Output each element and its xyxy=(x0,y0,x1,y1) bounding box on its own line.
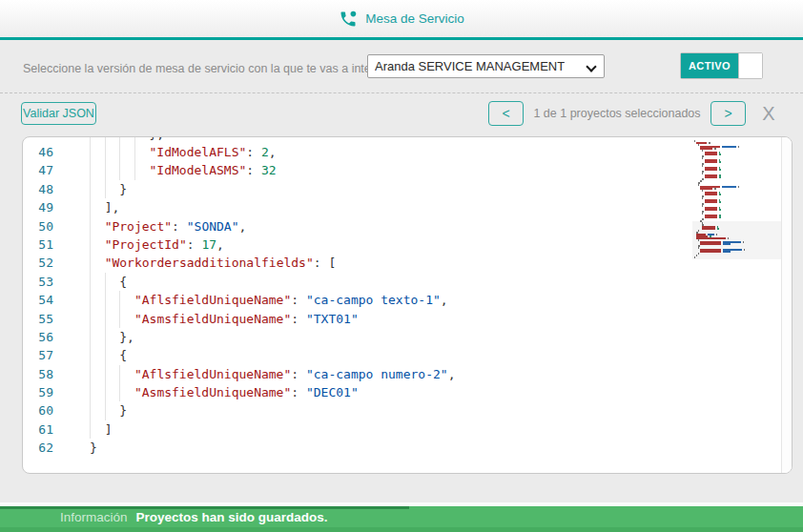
indent-guide xyxy=(119,161,120,179)
indent-guide xyxy=(90,401,91,419)
code-line: 56}, xyxy=(23,328,781,346)
code-line: 58"AflsfieldUniqueName": "ca-campo numer… xyxy=(23,365,781,383)
close-button[interactable]: X xyxy=(756,100,781,127)
validate-json-button[interactable]: Validar JSON xyxy=(21,102,96,125)
indent-guide xyxy=(105,365,106,383)
line-number: 62 xyxy=(23,439,90,457)
code-line: 49], xyxy=(23,198,781,216)
code-line: 46"IdModelAFLS": 2, xyxy=(23,143,781,161)
code-line: 48} xyxy=(23,180,781,198)
indent-guide xyxy=(90,328,91,346)
page-title: Mesa de Servicio xyxy=(365,11,464,26)
project-selection-status: 1 de 1 proyectos seleccionados xyxy=(524,107,710,120)
editor-minimap[interactable] xyxy=(694,140,780,455)
line-number: 50 xyxy=(23,217,90,235)
indent-guide xyxy=(105,346,106,364)
indent-guide xyxy=(134,143,135,161)
indent-guide xyxy=(119,383,120,401)
code-lines: },46"IdModelAFLS": 2,47"IdModelASMS": 32… xyxy=(23,137,781,458)
version-select-label: Seleccione la versión de mesa de servici… xyxy=(23,62,395,75)
indent-guide xyxy=(90,273,91,291)
next-project-button[interactable]: > xyxy=(710,101,746,126)
indent-guide xyxy=(105,328,106,346)
code-line: 52"Workordersadditionalfields": [ xyxy=(23,254,781,272)
indent-guide xyxy=(90,235,91,254)
indent-guide xyxy=(90,254,91,272)
active-toggle[interactable]: ACTIVO xyxy=(680,52,763,79)
line-number: 53 xyxy=(23,273,90,291)
indent-guide xyxy=(90,291,91,309)
indent-guide xyxy=(134,161,135,179)
info-toast[interactable]: Información Proyectos han sido guardados… xyxy=(0,506,803,532)
phone-icon xyxy=(339,10,358,29)
line-number: 47 xyxy=(23,161,90,179)
indent-guide xyxy=(90,180,91,198)
indent-guide xyxy=(119,143,120,161)
indent-guide xyxy=(90,310,91,328)
code-line: 54"AflsfieldUniqueName": "ca-campo texto… xyxy=(23,291,781,309)
indent-guide xyxy=(105,143,106,161)
code-line: 60} xyxy=(23,401,781,419)
indent-guide xyxy=(90,383,91,401)
indent-guide xyxy=(119,365,120,383)
toggle-knob xyxy=(738,53,762,78)
indent-guide xyxy=(90,143,91,161)
toast-title: Información xyxy=(60,510,128,524)
indent-guide xyxy=(119,291,120,309)
code-line: 61] xyxy=(23,420,781,439)
code-line: 62} xyxy=(23,439,781,457)
indent-guide xyxy=(105,401,106,419)
indent-guide xyxy=(105,161,106,179)
line-number: 61 xyxy=(23,420,90,439)
line-number: 54 xyxy=(23,291,90,309)
line-number: 51 xyxy=(23,235,90,254)
code-line: 53{ xyxy=(23,273,781,291)
line-number: 49 xyxy=(23,198,90,216)
code-line: 47"IdModelASMS": 32 xyxy=(23,161,781,179)
indent-guide xyxy=(90,346,91,364)
line-number: 46 xyxy=(23,143,90,161)
toast-progress-bar xyxy=(0,506,409,509)
indent-guide xyxy=(90,217,91,235)
indent-guide xyxy=(90,198,91,216)
editor-scrollbar[interactable] xyxy=(781,137,792,473)
line-number: 48 xyxy=(23,180,90,198)
indent-guide xyxy=(105,383,106,401)
active-toggle-label: ACTIVO xyxy=(681,53,738,78)
project-toolbar: Validar JSON < 1 de 1 proyectos seleccio… xyxy=(0,92,803,133)
line-number: 58 xyxy=(23,365,90,383)
indent-guide xyxy=(105,273,106,291)
version-bar: Seleccione la versión de mesa de servici… xyxy=(0,43,803,92)
indent-guide xyxy=(90,365,91,383)
code-line: 55"AsmsfieldUniqueName": "TXT01" xyxy=(23,310,781,328)
code-line: 59"AsmsfieldUniqueName": "DEC01" xyxy=(23,383,781,401)
indent-guide xyxy=(90,161,91,179)
line-number: 56 xyxy=(23,328,90,346)
line-number: 55 xyxy=(23,310,90,328)
minimap-viewport xyxy=(692,221,782,259)
json-editor[interactable]: },46"IdModelAFLS": 2,47"IdModelASMS": 32… xyxy=(22,136,793,474)
line-number: 52 xyxy=(23,254,90,272)
line-number: 60 xyxy=(23,401,90,419)
code-line: 51"ProjectId": 17, xyxy=(23,235,781,254)
chevron-down-icon xyxy=(586,61,596,72)
indent-guide xyxy=(119,310,120,328)
service-desk-version-select[interactable]: Aranda SERVICE MANAGEMENT xyxy=(367,54,605,78)
app-header: Mesa de Servicio xyxy=(0,0,803,40)
indent-guide xyxy=(105,180,106,198)
line-number: 57 xyxy=(23,346,90,364)
indent-guide xyxy=(90,420,91,439)
indent-guide xyxy=(105,291,106,309)
code-line: 50"Project": "SONDA", xyxy=(23,217,781,235)
indent-guide xyxy=(105,310,106,328)
previous-project-button[interactable]: < xyxy=(488,101,524,126)
toast-message: Proyectos han sido guardados. xyxy=(136,510,328,524)
code-line: 57{ xyxy=(23,346,781,364)
select-value: Aranda SERVICE MANAGEMENT xyxy=(375,59,565,73)
editor-code-area[interactable]: },46"IdModelAFLS": 2,47"IdModelASMS": 32… xyxy=(23,137,781,473)
line-number: 59 xyxy=(23,383,90,401)
